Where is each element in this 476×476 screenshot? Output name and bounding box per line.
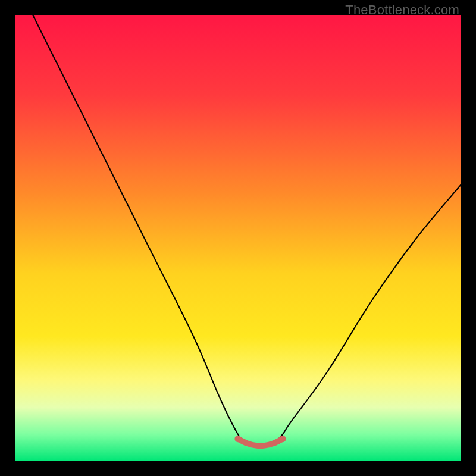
curve-layer xyxy=(15,15,461,461)
chart-frame: TheBottleneck.com xyxy=(0,0,476,476)
v-curve-line xyxy=(33,15,461,446)
plot-area xyxy=(15,15,461,461)
watermark-text: TheBottleneck.com xyxy=(345,2,459,18)
flat-segment-dot-right xyxy=(279,436,286,442)
flat-segment-dot-left xyxy=(234,436,241,442)
flat-segment-line xyxy=(238,439,283,446)
